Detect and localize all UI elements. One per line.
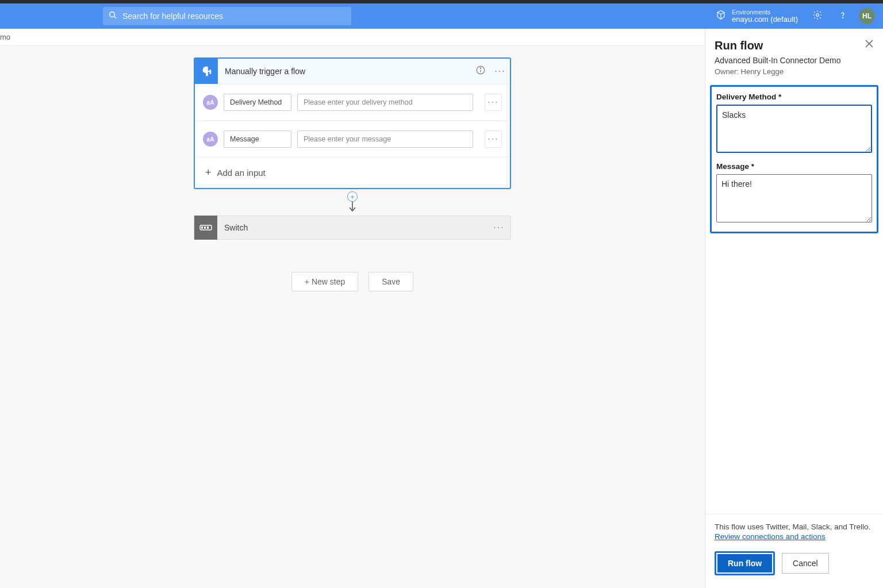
param-value-input[interactable]: Please enter your delivery method: [297, 94, 473, 111]
trigger-header[interactable]: Manually trigger a flow ···: [195, 59, 510, 84]
environment-icon: [716, 10, 726, 22]
search-input[interactable]: [122, 11, 345, 21]
svg-rect-9: [201, 226, 203, 229]
canvas-actions: + New step Save: [291, 272, 413, 291]
environment-label: Environments: [732, 9, 798, 16]
add-input-label: Add an input: [217, 168, 266, 178]
panel-title: Run flow: [715, 39, 874, 52]
more-icon: ···: [487, 134, 498, 144]
param-name-input[interactable]: Delivery Method: [224, 94, 291, 111]
panel-owner: Owner: Henry Legge: [715, 67, 874, 76]
close-icon: [865, 40, 873, 50]
close-panel-button[interactable]: [863, 39, 875, 51]
param-row-delivery: aA Delivery Method Please enter your del…: [195, 84, 510, 120]
trigger-icon: [195, 59, 218, 84]
more-icon: ···: [487, 97, 498, 107]
panel-header: Run flow Advanced Built-In Connector Dem…: [705, 29, 883, 79]
delivery-method-input[interactable]: [716, 105, 872, 153]
search-icon: [109, 11, 117, 21]
param-more-button[interactable]: ···: [485, 94, 502, 111]
trigger-more-button[interactable]: ···: [490, 62, 510, 81]
text-param-icon: aA: [203, 95, 218, 110]
switch-title: Switch: [217, 223, 487, 232]
breadcrumb-fragment: mo: [0, 33, 10, 41]
gear-icon: [812, 10, 823, 22]
svg-point-3: [842, 17, 843, 18]
switch-more-button[interactable]: ···: [487, 222, 510, 233]
cancel-button[interactable]: Cancel: [782, 553, 829, 574]
delivery-method-label: Delivery Method *: [716, 93, 872, 101]
svg-rect-10: [204, 226, 206, 229]
panel-subtitle: Advanced Built-In Connector Demo: [715, 56, 874, 65]
settings-button[interactable]: [808, 7, 827, 25]
environment-value: enayu.com (default): [732, 16, 798, 24]
more-icon: ···: [494, 66, 505, 76]
new-step-button[interactable]: + New step: [291, 272, 358, 291]
flow-canvas: Manually trigger a flow ··· aA Delivery …: [0, 46, 705, 588]
svg-rect-11: [207, 226, 209, 229]
trigger-title: Manually trigger a flow: [218, 67, 471, 76]
svg-line-1: [114, 17, 117, 19]
user-avatar[interactable]: HL: [859, 8, 875, 24]
switch-card[interactable]: Switch ···: [194, 216, 511, 240]
header-bar: Environments enayu.com (default) HL: [0, 3, 883, 29]
param-more-button[interactable]: ···: [485, 130, 502, 148]
plus-icon: +: [350, 193, 355, 201]
run-flow-panel: Run flow Advanced Built-In Connector Dem…: [705, 29, 883, 588]
svg-point-2: [816, 14, 819, 17]
trigger-card[interactable]: Manually trigger a flow ··· aA Delivery …: [194, 57, 511, 189]
run-flow-highlight: Run flow: [715, 551, 775, 575]
panel-form: Delivery Method * Message *: [710, 85, 878, 233]
search-box[interactable]: [103, 7, 351, 25]
environment-text: Environments enayu.com (default): [732, 9, 798, 24]
help-button[interactable]: [834, 7, 852, 25]
text-param-icon: aA: [203, 132, 218, 147]
panel-footnote: This flow uses Twitter, Mail, Slack, and…: [705, 514, 883, 543]
arrow-down-icon: [347, 201, 358, 213]
info-icon: [475, 65, 486, 78]
svg-point-6: [480, 68, 481, 68]
flow-connector: +: [347, 191, 358, 213]
switch-icon: [194, 216, 217, 240]
more-icon: ···: [493, 222, 504, 233]
add-step-inline[interactable]: +: [347, 191, 358, 202]
param-value-input[interactable]: Please enter your message: [297, 130, 473, 148]
add-input-button[interactable]: + Add an input: [195, 157, 510, 188]
svg-point-0: [110, 12, 115, 17]
run-flow-button[interactable]: Run flow: [717, 554, 772, 572]
param-name-input[interactable]: Message: [224, 130, 291, 148]
connections-note: This flow uses Twitter, Mail, Slack, and…: [715, 522, 874, 531]
message-input[interactable]: [716, 174, 872, 222]
save-button[interactable]: Save: [368, 272, 413, 291]
panel-actions: Run flow Cancel: [705, 543, 883, 588]
review-connections-link[interactable]: Review connections and actions: [715, 532, 826, 541]
plus-icon: +: [205, 167, 212, 179]
message-label: Message *: [716, 162, 872, 171]
param-row-message: aA Message Please enter your message ···: [195, 121, 510, 157]
trigger-info-button[interactable]: [471, 62, 490, 81]
help-icon: [838, 10, 847, 22]
environment-picker[interactable]: Environments enayu.com (default): [716, 9, 798, 24]
